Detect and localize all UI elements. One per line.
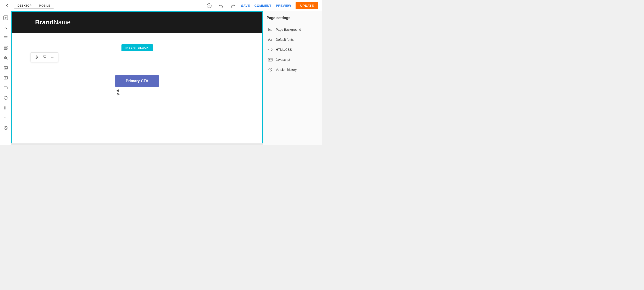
block-toolbar: [30, 52, 58, 62]
html-css-icon: [268, 47, 273, 52]
desktop-view-button[interactable]: DESKTOP: [14, 3, 35, 8]
svg-point-32: [54, 57, 54, 58]
mobile-view-button[interactable]: MOBILE: [35, 3, 54, 8]
html-css-label: HTML/CSS: [276, 48, 292, 51]
redo-button[interactable]: [229, 2, 236, 9]
default-fonts-icon: Az: [268, 37, 273, 42]
right-sidebar-title: Page settings: [266, 16, 318, 20]
svg-rect-15: [4, 66, 8, 69]
version-history-label: Version history: [276, 68, 297, 71]
undo-button[interactable]: [218, 2, 225, 9]
layers-icon[interactable]: [1, 43, 10, 52]
preview-button[interactable]: PREVIEW: [276, 4, 291, 7]
brand-bold: Brand: [35, 19, 54, 26]
svg-rect-18: [4, 87, 7, 89]
block-more-button[interactable]: [49, 53, 56, 61]
hero-block[interactable]: BrandName: [12, 11, 262, 33]
topbar-actions: ? SAVE COMMENT PREVIEW UPDATE: [206, 2, 318, 9]
brand-name: BrandName: [35, 19, 244, 26]
version-history-item[interactable]: Version history: [266, 65, 318, 75]
svg-rect-9: [4, 46, 7, 47]
svg-line-12: [6, 58, 7, 59]
text-icon[interactable]: A: [1, 23, 10, 32]
version-history-icon: [268, 67, 273, 72]
insert-block-button[interactable]: INSERT BLOCK: [122, 44, 153, 51]
rectangle-icon[interactable]: [1, 83, 10, 92]
javascript-item[interactable]: Javascript: [266, 55, 318, 65]
divider-icon[interactable]: [1, 113, 10, 122]
block-image-button[interactable]: [41, 53, 48, 61]
left-sidebar: A: [0, 11, 12, 145]
right-sidebar: Page settings Page Background Az Default…: [263, 11, 322, 145]
svg-text:?: ?: [208, 4, 210, 7]
brand-normal: Name: [54, 19, 71, 26]
history-sidebar-icon[interactable]: [1, 123, 10, 132]
svg-text:Az: Az: [268, 38, 272, 41]
default-fonts-label: Default fonts: [276, 38, 294, 41]
circle-icon[interactable]: [1, 93, 10, 102]
back-button[interactable]: [4, 2, 11, 9]
svg-rect-36: [268, 58, 272, 61]
svg-point-31: [52, 57, 53, 58]
javascript-icon: [268, 57, 273, 62]
html-css-item[interactable]: HTML/CSS: [266, 45, 318, 55]
main-area: A: [0, 11, 322, 145]
update-button[interactable]: UPDATE: [296, 2, 318, 9]
canvas-wrapper: BrandName INSERT BLOCK: [12, 11, 263, 145]
add-section-icon[interactable]: [1, 13, 10, 22]
primary-cta-button[interactable]: Primary CTA: [115, 75, 159, 87]
javascript-label: Javascript: [276, 58, 290, 61]
page-background-label: Page Background: [276, 28, 301, 31]
save-button[interactable]: SAVE: [241, 4, 250, 7]
search-content-icon[interactable]: [1, 53, 10, 62]
align-icon[interactable]: [1, 33, 10, 42]
page-canvas: BrandName INSERT BLOCK: [12, 11, 263, 143]
block-move-button[interactable]: [32, 53, 40, 61]
svg-text:A: A: [4, 26, 7, 30]
page-background-icon: [268, 27, 273, 32]
comment-button[interactable]: COMMENT: [254, 4, 271, 7]
svg-point-30: [51, 57, 52, 58]
svg-point-19: [4, 96, 7, 99]
view-toggle: DESKTOP MOBILE: [14, 3, 54, 9]
page-background-item[interactable]: Page Background: [266, 24, 318, 35]
topbar: DESKTOP MOBILE ? SAVE COMMENT PREVIEW UP…: [0, 0, 322, 11]
image-block-icon[interactable]: [1, 63, 10, 72]
svg-rect-10: [4, 48, 7, 49]
help-button[interactable]: ?: [206, 2, 213, 9]
canvas-area[interactable]: BrandName INSERT BLOCK: [12, 11, 263, 145]
default-fonts-item[interactable]: Az Default fonts: [266, 35, 318, 45]
svg-rect-33: [268, 28, 272, 31]
columns-icon[interactable]: [1, 103, 10, 112]
video-icon[interactable]: [1, 73, 10, 82]
